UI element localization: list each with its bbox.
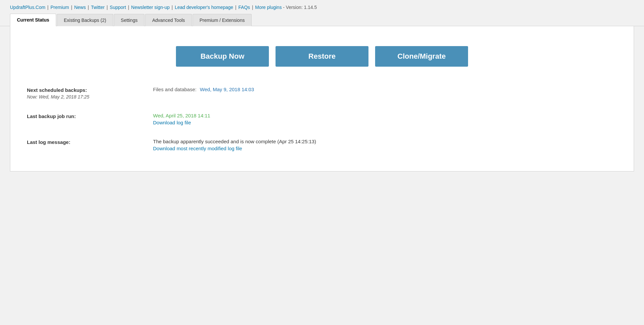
nav-link-premium[interactable]: Premium xyxy=(50,5,69,10)
status-row-last-backup: Last backup job run: Wed, April 25, 2018… xyxy=(27,106,617,132)
separator: | xyxy=(88,5,90,10)
next-scheduled-label: Next scheduled backups: Now: Wed, May 2,… xyxy=(27,87,153,99)
nav-link-twitter[interactable]: Twitter xyxy=(91,5,105,10)
tab-settings[interactable]: Settings xyxy=(114,14,145,26)
last-backup-label: Last backup job run: xyxy=(27,113,153,119)
nav-link-newsletter[interactable]: Newsletter sign-up xyxy=(131,5,170,10)
status-row-last-log: Last log message: The backup apparently … xyxy=(27,132,617,158)
nav-link-updraftplus[interactable]: UpdraftPlus.Com xyxy=(10,5,45,10)
last-log-value: The backup apparently succeeded and is n… xyxy=(153,139,617,151)
separator: | xyxy=(172,5,174,10)
tab-premium-extensions[interactable]: Premium / Extensions xyxy=(193,14,252,26)
separator: | xyxy=(47,5,50,10)
last-log-label: Last log message: xyxy=(27,139,153,145)
next-scheduled-value: Files and database: Wed, May 9, 2018 14:… xyxy=(153,87,617,92)
current-time-label: Now: Wed, May 2, 2018 17:25 xyxy=(27,94,153,99)
status-row-next-scheduled: Next scheduled backups: Now: Wed, May 2,… xyxy=(27,80,617,106)
next-scheduled-date: Wed, May 9, 2018 14:03 xyxy=(200,87,254,92)
tabs-container: Current Status Existing Backups (2) Sett… xyxy=(0,13,644,26)
nav-link-more-plugins[interactable]: More plugins xyxy=(255,5,282,10)
nav-link-news[interactable]: News xyxy=(74,5,86,10)
nav-link-support[interactable]: Support xyxy=(110,5,126,10)
files-database-prefix: Files and database: xyxy=(153,87,197,92)
separator: | xyxy=(71,5,74,10)
status-section: Next scheduled backups: Now: Wed, May 2,… xyxy=(20,80,624,158)
main-content: Backup Now Restore Clone/Migrate Next sc… xyxy=(10,26,634,171)
log-message-text: The backup apparently succeeded and is n… xyxy=(153,139,316,144)
tab-current-status[interactable]: Current Status xyxy=(10,14,56,26)
clone-migrate-button[interactable]: Clone/Migrate xyxy=(375,46,468,67)
version-text: - Version: 1.14.5 xyxy=(283,5,317,10)
last-backup-date: Wed, April 25, 2018 14:11 xyxy=(153,113,210,118)
separator: | xyxy=(107,5,109,10)
separator: | xyxy=(128,5,130,10)
restore-button[interactable]: Restore xyxy=(276,46,368,67)
tab-existing-backups[interactable]: Existing Backups (2) xyxy=(57,14,113,26)
tab-advanced-tools[interactable]: Advanced Tools xyxy=(145,14,192,26)
backup-now-button[interactable]: Backup Now xyxy=(176,46,269,67)
nav-link-faqs[interactable]: FAQs xyxy=(238,5,250,10)
download-log-link[interactable]: Download log file xyxy=(153,120,617,125)
last-backup-value: Wed, April 25, 2018 14:11 Download log f… xyxy=(153,113,617,125)
download-modified-log-link[interactable]: Download most recently modified log file xyxy=(153,146,617,151)
separator: | xyxy=(252,5,255,10)
action-buttons: Backup Now Restore Clone/Migrate xyxy=(20,36,624,80)
separator: | xyxy=(235,5,238,10)
nav-link-lead-dev[interactable]: Lead developer's homepage xyxy=(175,5,233,10)
top-navigation: UpdraftPlus.Com | Premium | News | Twitt… xyxy=(0,0,644,13)
